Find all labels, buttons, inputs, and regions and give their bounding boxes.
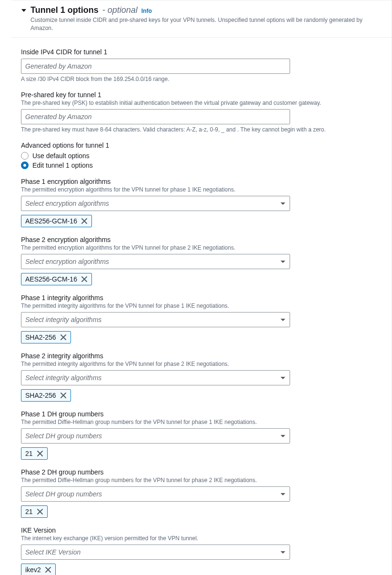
ike-version-select[interactable]: Select IKE Version [21, 545, 290, 560]
inside-cidr-input[interactable] [21, 59, 290, 74]
panel-body: Inside IPv4 CIDR for tunnel 1 A size /30… [11, 38, 392, 575]
select-placeholder: Select IKE Version [25, 548, 80, 556]
panel-title: Tunnel 1 options [30, 5, 99, 15]
chevron-down-icon [280, 258, 286, 265]
radio-icon [21, 161, 29, 169]
p1-encryption-label: Phase 1 encryption algorithms [21, 178, 382, 185]
p1-encryption-select[interactable]: Select encryption algorithms [21, 196, 290, 211]
panel-description: Customize tunnel inside CIDR and pre-sha… [30, 16, 382, 32]
close-icon[interactable] [37, 508, 43, 515]
token: 21 [21, 505, 48, 518]
chevron-down-icon [280, 548, 286, 556]
radio-icon [21, 152, 29, 160]
optional-tag: - optional [102, 5, 138, 15]
token-label: SHA2-256 [25, 333, 56, 341]
select-placeholder: Select DH group numbers [25, 490, 102, 498]
p2-integrity-label: Phase 2 integrity algorithms [21, 352, 382, 360]
close-icon[interactable] [60, 392, 67, 399]
psk-help: The pre-shared key must have 8-64 charac… [21, 126, 382, 133]
p2-integrity-select[interactable]: Select integrity algorithms [21, 370, 290, 385]
p2-dh-tokens: 21 [21, 505, 382, 518]
close-icon[interactable] [45, 566, 51, 573]
p2-dh-label: Phase 2 DH group numbers [21, 468, 382, 476]
info-link[interactable]: Info [141, 8, 152, 14]
p1-dh-field: Phase 1 DH group numbersThe permitted Di… [21, 410, 382, 460]
p1-dh-description: The permitted Diffie-Hellman group numbe… [21, 419, 382, 425]
tunnel1-options-panel: Tunnel 1 options - optional Info Customi… [11, 0, 392, 575]
inside-cidr-label: Inside IPv4 CIDR for tunnel 1 [21, 48, 382, 56]
p2-encryption-description: The permitted encryption algorithms for … [21, 244, 382, 251]
chevron-down-icon [280, 490, 286, 498]
advanced-label: Advanced options for tunnel 1 [21, 141, 382, 149]
radio-use-default[interactable]: Use default options [21, 152, 382, 160]
p1-dh-tokens: 21 [21, 447, 382, 460]
p2-integrity-field: Phase 2 integrity algorithmsThe permitte… [21, 352, 382, 402]
advanced-options-field: Advanced options for tunnel 1 Use defaul… [21, 141, 382, 169]
chevron-down-icon [280, 200, 286, 207]
psk-input[interactable] [21, 109, 290, 124]
radio-edit-options[interactable]: Edit tunnel 1 options [21, 161, 382, 169]
panel-header: Tunnel 1 options - optional Info Customi… [11, 0, 392, 38]
close-icon[interactable] [37, 450, 43, 457]
p2-dh-select[interactable]: Select DH group numbers [21, 486, 290, 502]
p1-dh-select[interactable]: Select DH group numbers [21, 428, 290, 444]
token: SHA2-256 [21, 389, 71, 402]
token-label: SHA2-256 [25, 392, 56, 399]
close-icon[interactable] [81, 218, 88, 224]
chevron-down-icon [280, 432, 286, 440]
radio-edit-label: Edit tunnel 1 options [32, 161, 93, 169]
ike-version-tokens: ikev2 [21, 564, 382, 575]
p2-encryption-select[interactable]: Select encryption algorithms [21, 254, 290, 269]
radio-default-label: Use default options [32, 152, 90, 160]
token-label: 21 [25, 450, 33, 457]
select-placeholder: Select encryption algorithms [25, 200, 109, 207]
token: AES256-GCM-16 [21, 273, 92, 285]
token: AES256-GCM-16 [21, 215, 92, 227]
p1-dh-label: Phase 1 DH group numbers [21, 410, 382, 418]
select-placeholder: Select integrity algorithms [25, 374, 101, 382]
p2-integrity-tokens: SHA2-256 [21, 389, 382, 402]
p2-dh-field: Phase 2 DH group numbersThe permitted Di… [21, 468, 382, 518]
psk-description: The pre-shared key (PSK) to establish in… [21, 100, 382, 106]
p1-integrity-tokens: SHA2-256 [21, 331, 382, 343]
select-placeholder: Select integrity algorithms [25, 316, 101, 323]
close-icon[interactable] [81, 276, 88, 282]
select-placeholder: Select DH group numbers [25, 432, 102, 440]
ike-version-field: IKE VersionThe internet key exchange (IK… [21, 526, 382, 575]
p1-integrity-select[interactable]: Select integrity algorithms [21, 312, 290, 327]
token-label: 21 [25, 508, 33, 515]
token: ikev2 [21, 564, 56, 575]
p2-dh-description: The permitted Diffie-Hellman group numbe… [21, 477, 382, 484]
inside-cidr-help: A size /30 IPv4 CIDR block from the 169.… [21, 76, 382, 82]
chevron-down-icon [280, 316, 286, 323]
p1-encryption-tokens: AES256-GCM-16 [21, 215, 382, 227]
token: SHA2-256 [21, 331, 71, 343]
psk-label: Pre-shared key for tunnel 1 [21, 91, 382, 99]
p2-integrity-description: The permitted integrity algorithms for t… [21, 361, 382, 367]
p1-encryption-field: Phase 1 encryption algorithmsThe permitt… [21, 178, 382, 227]
token-label: AES256-GCM-16 [25, 275, 77, 283]
ike-version-label: IKE Version [21, 526, 382, 534]
p1-integrity-description: The permitted integrity algorithms for t… [21, 303, 382, 309]
p1-encryption-description: The permitted encryption algorithms for … [21, 186, 382, 193]
p1-integrity-field: Phase 1 integrity algorithmsThe permitte… [21, 294, 382, 343]
chevron-down-icon [280, 374, 286, 382]
inside-cidr-field: Inside IPv4 CIDR for tunnel 1 A size /30… [21, 48, 382, 82]
psk-field: Pre-shared key for tunnel 1 The pre-shar… [21, 91, 382, 133]
caret-down-icon[interactable] [21, 8, 27, 13]
p1-integrity-label: Phase 1 integrity algorithms [21, 294, 382, 302]
close-icon[interactable] [60, 334, 67, 341]
token-label: ikev2 [25, 566, 41, 574]
p2-encryption-label: Phase 2 encryption algorithms [21, 236, 382, 243]
select-placeholder: Select encryption algorithms [25, 258, 109, 265]
token-label: AES256-GCM-16 [25, 217, 77, 225]
ike-version-description: The internet key exchange (IKE) version … [21, 535, 382, 542]
p2-encryption-field: Phase 2 encryption algorithmsThe permitt… [21, 236, 382, 285]
token: 21 [21, 447, 48, 460]
p2-encryption-tokens: AES256-GCM-16 [21, 273, 382, 285]
